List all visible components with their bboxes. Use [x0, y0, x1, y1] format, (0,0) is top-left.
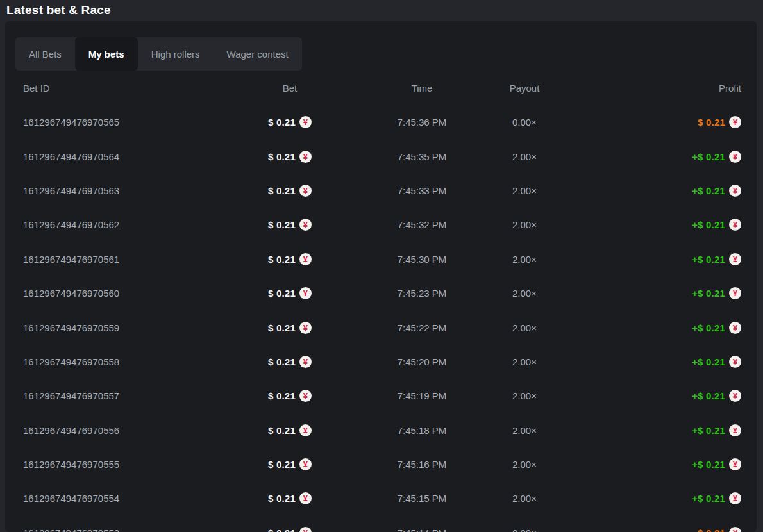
bet-row[interactable]: 161296749476970562 $ 0.21 ¥ 7:45:32 PM 2… [23, 208, 741, 242]
bet-profit: +$ 0.21 [692, 356, 725, 367]
latest-bets-panel: All Bets My bets High rollers Wager cont… [5, 21, 757, 532]
bet-profit: +$ 0.21 [692, 425, 725, 436]
bet-id: 161296749476970562 [23, 219, 215, 230]
jpy-coin-icon: ¥ [729, 185, 741, 197]
jpy-coin-icon: ¥ [299, 322, 312, 334]
bet-amount: $ 0.21 [268, 151, 296, 162]
bet-payout: 2.00× [480, 151, 569, 162]
bet-payout: 2.00× [480, 356, 569, 367]
jpy-coin-icon: ¥ [299, 458, 312, 470]
bet-payout: 0.00× [480, 528, 569, 532]
bet-row[interactable]: 161296749476970563 $ 0.21 ¥ 7:45:33 PM 2… [23, 174, 741, 208]
bet-amount: $ 0.21 [268, 390, 296, 401]
jpy-coin-icon: ¥ [729, 151, 741, 163]
jpy-coin-icon: ¥ [729, 116, 741, 128]
jpy-coin-icon: ¥ [299, 492, 312, 504]
bet-payout: 2.00× [480, 493, 569, 504]
jpy-coin-icon: ¥ [299, 424, 312, 436]
bet-amount-cell: $ 0.21 ¥ [215, 492, 364, 504]
table-header-row: Bet ID Bet Time Payout Profit [23, 71, 741, 105]
bet-profit: +$ 0.21 [692, 185, 725, 196]
bet-profit-cell: +$ 0.21 ¥ [569, 458, 741, 470]
jpy-coin-icon: ¥ [299, 185, 312, 197]
bet-row[interactable]: 161296749476970556 $ 0.21 ¥ 7:45:18 PM 2… [23, 413, 741, 447]
bet-profit-cell: $ 0.21 ¥ [569, 527, 741, 532]
tab-label: All Bets [29, 49, 62, 60]
bet-row[interactable]: 161296749476970558 $ 0.21 ¥ 7:45:20 PM 2… [23, 345, 741, 379]
bet-id: 161296749476970565 [23, 117, 215, 128]
bet-profit-cell: +$ 0.21 ¥ [569, 424, 741, 436]
bet-time: 7:45:20 PM [364, 356, 480, 367]
column-header-payout: Payout [480, 83, 569, 94]
bet-profit-cell: +$ 0.21 ¥ [569, 219, 741, 231]
bet-amount: $ 0.21 [268, 288, 296, 299]
bet-profit: +$ 0.21 [692, 459, 725, 470]
bet-id: 161296749476970560 [23, 288, 215, 299]
jpy-coin-icon: ¥ [729, 322, 741, 334]
bet-time: 7:45:22 PM [364, 322, 480, 333]
bet-amount: $ 0.21 [268, 425, 296, 436]
bet-time: 7:45:36 PM [364, 117, 480, 128]
bet-payout: 2.00× [480, 459, 569, 470]
bet-amount-cell: $ 0.21 ¥ [215, 185, 364, 197]
table-body: 161296749476970565 $ 0.21 ¥ 7:45:36 PM 0… [23, 105, 741, 532]
column-header-time: Time [364, 83, 480, 94]
tab-my-bets[interactable]: My bets [75, 37, 138, 71]
bet-payout: 0.00× [480, 117, 569, 128]
bet-row[interactable]: 161296749476970557 $ 0.21 ¥ 7:45:19 PM 2… [23, 379, 741, 413]
bet-amount: $ 0.21 [268, 254, 296, 265]
bet-amount-cell: $ 0.21 ¥ [215, 356, 364, 368]
bet-amount-cell: $ 0.21 ¥ [215, 219, 364, 231]
bet-amount: $ 0.21 [268, 459, 296, 470]
bet-row[interactable]: 161296749476970564 $ 0.21 ¥ 7:45:35 PM 2… [23, 139, 741, 173]
page-title: Latest bet & Race [6, 3, 763, 17]
bet-row[interactable]: 161296749476970561 $ 0.21 ¥ 7:45:30 PM 2… [23, 242, 741, 276]
bet-payout: 2.00× [480, 390, 569, 401]
tab-high-rollers[interactable]: High rollers [138, 37, 214, 71]
bet-id: 161296749476970554 [23, 493, 215, 504]
bet-id: 161296749476970557 [23, 390, 215, 401]
bet-row[interactable]: 161296749476970554 $ 0.21 ¥ 7:45:15 PM 2… [23, 481, 741, 515]
bet-profit: +$ 0.21 [692, 288, 725, 299]
tab-all-bets[interactable]: All Bets [15, 37, 75, 71]
bet-profit: +$ 0.21 [692, 254, 725, 265]
jpy-coin-icon: ¥ [299, 527, 312, 532]
bet-time: 7:45:14 PM [364, 528, 480, 532]
bet-id: 161296749476970553 [23, 528, 215, 532]
bet-id: 161296749476970561 [23, 254, 215, 265]
bet-row[interactable]: 161296749476970555 $ 0.21 ¥ 7:45:16 PM 2… [23, 447, 741, 481]
column-header-bet: Bet [215, 83, 364, 94]
jpy-coin-icon: ¥ [729, 527, 741, 532]
page-header: Latest bet & Race [0, 0, 763, 21]
column-header-profit: Profit [569, 83, 741, 94]
bet-row[interactable]: 161296749476970560 $ 0.21 ¥ 7:45:23 PM 2… [23, 276, 741, 310]
bet-profit: $ 0.21 [698, 117, 725, 128]
bet-row[interactable]: 161296749476970565 $ 0.21 ¥ 7:45:36 PM 0… [23, 105, 741, 139]
bet-id: 161296749476970559 [23, 322, 215, 333]
bet-amount: $ 0.21 [268, 356, 296, 367]
jpy-coin-icon: ¥ [729, 390, 741, 402]
bet-profit-cell: $ 0.21 ¥ [569, 116, 741, 128]
jpy-coin-icon: ¥ [729, 492, 741, 504]
bet-amount: $ 0.21 [268, 493, 296, 504]
bet-amount-cell: $ 0.21 ¥ [215, 116, 364, 128]
bet-profit-cell: +$ 0.21 ¥ [569, 185, 741, 197]
bet-id: 161296749476970563 [23, 185, 215, 196]
bet-row[interactable]: 161296749476970553 $ 0.21 ¥ 7:45:14 PM 0… [23, 516, 741, 532]
tab-label: My bets [88, 49, 124, 60]
bet-time: 7:45:18 PM [364, 425, 480, 436]
bets-table: Bet ID Bet Time Payout Profit 1612967494… [15, 71, 746, 532]
jpy-coin-icon: ¥ [729, 253, 741, 265]
bet-amount: $ 0.21 [268, 185, 296, 196]
bet-id: 161296749476970556 [23, 425, 215, 436]
bet-amount-cell: $ 0.21 ¥ [215, 390, 364, 402]
tab-wager-contest[interactable]: Wager contest [214, 37, 302, 71]
bet-profit: +$ 0.21 [692, 493, 725, 504]
column-header-bet-id: Bet ID [23, 83, 215, 94]
jpy-coin-icon: ¥ [299, 151, 312, 163]
jpy-coin-icon: ¥ [729, 287, 741, 299]
bet-row[interactable]: 161296749476970559 $ 0.21 ¥ 7:45:22 PM 2… [23, 310, 741, 344]
bet-profit-cell: +$ 0.21 ¥ [569, 253, 741, 265]
bet-time: 7:45:23 PM [364, 288, 480, 299]
bet-amount-cell: $ 0.21 ¥ [215, 151, 364, 163]
